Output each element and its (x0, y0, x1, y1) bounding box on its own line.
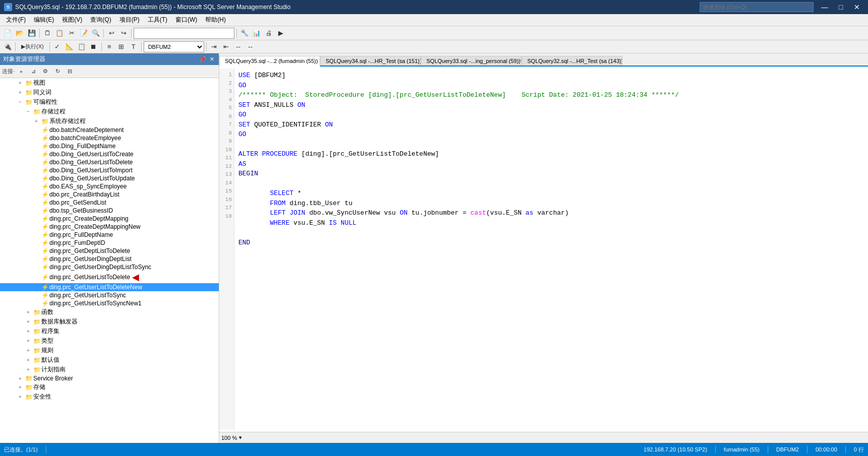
toolbar-btn-5[interactable]: 📝 (78, 28, 89, 39)
tab-query32[interactable]: SQLQuery32.sql -...HR_Test (sa (143))* (522, 56, 623, 66)
tree-item-proc-8[interactable]: ⚡dbo.prc_CreatBirthdayList (0, 190, 219, 199)
toolbar-btn-3[interactable]: 📋 (54, 28, 65, 39)
save-btn[interactable]: 💾 (26, 28, 37, 39)
zoom-label: 100 % (221, 435, 237, 441)
menu-file[interactable]: 文件(F) (2, 15, 30, 25)
tab-query33[interactable]: SQLQuery33.sql -...ing_personal (59))* (421, 56, 522, 66)
check-btn[interactable]: ✓ (52, 41, 63, 52)
tab-query34[interactable]: SQLQuery34.sql -...HR_Test (sa (151))* (320, 56, 421, 66)
tree-item-proc-3[interactable]: ⚡dbo.Ding_GetUserListToCreate (0, 150, 219, 158)
toolbar-icon-4[interactable]: ▶ (275, 28, 286, 39)
sidebar-collapse-btn[interactable]: ⊟ (64, 66, 75, 77)
uncomment-btn[interactable]: -- (245, 41, 256, 52)
tree-item-proc-7[interactable]: ⚡dbo.EAS_sp_SyncEmployee (0, 182, 219, 190)
tree-item-proc-19[interactable]: ⚡ding.prc_GetUserListToDeleteNew (0, 283, 219, 291)
sidebar-refresh-btn[interactable]: ↻ (52, 66, 63, 77)
query-combo[interactable] (134, 28, 234, 39)
tab-query35[interactable]: SQLQuery35.sql -...2 (fumadmin (55)) ✕ (219, 56, 320, 67)
sidebar-filter-btn[interactable]: ⊿ (28, 66, 39, 77)
tree-item-views[interactable]: + 📁 视图 (0, 78, 219, 88)
tree-item-proc-0[interactable]: ⚡dbo.batchCreateDeptement (0, 126, 219, 134)
minimize-button[interactable]: — (818, 2, 832, 12)
menu-query[interactable]: 查询(Q) (86, 15, 115, 25)
tree-item-proc-16[interactable]: ⚡ding.prc_GetUserDingDeptList (0, 255, 219, 263)
tree-item-proc-14[interactable]: ⚡ding.prc_FumDeptID (0, 239, 219, 247)
tree-item-proc-15[interactable]: ⚡ding.prc_GetDeptListToDelete (0, 247, 219, 255)
tree-item-plan-guides[interactable]: + 📁 计划指南 (0, 365, 219, 374)
tree-item-rules[interactable]: + 📁 规则 (0, 346, 219, 355)
comment-btn[interactable]: -- (233, 41, 244, 52)
proc-label: ding.prc_GetUserListToSyncNew1 (49, 300, 142, 307)
folder-icon: 📁 (24, 375, 33, 382)
quick-search-input[interactable] (700, 2, 814, 12)
tree-item-proc-9[interactable]: ⚡dbo.prc_GetSendList (0, 199, 219, 207)
proc-icon: ⚡ (40, 159, 49, 166)
tree-item-proc-21[interactable]: ⚡ding.prc_GetUserListToSyncNew1 (0, 299, 219, 307)
sidebar-properties-btn[interactable]: ⚙ (40, 66, 51, 77)
grid-btn[interactable]: ⊞ (116, 41, 127, 52)
tree-item-stored-procs[interactable]: − 📁 存储过程 (0, 107, 219, 116)
tree-item-proc-6[interactable]: ⚡dbo.Ding_GetUserListToUpdate (0, 174, 219, 182)
toolbar-icon-2[interactable]: 📊 (251, 28, 262, 39)
db-dropdown[interactable]: DBFUM2 (144, 41, 204, 52)
tree-item-synonyms[interactable]: + 📁 同义词 (0, 88, 219, 97)
folder-icon: 📁 (24, 80, 33, 87)
indent-btn[interactable]: ⇥ (209, 41, 220, 52)
quick-access-toolbar (700, 2, 814, 12)
toolbar-btn-4[interactable]: ✂ (66, 28, 77, 39)
maximize-button[interactable]: □ (834, 2, 848, 12)
tree-item-proc-13[interactable]: ⚡ding.prc_FullDeptName (0, 231, 219, 239)
close-button[interactable]: ✕ (850, 2, 864, 12)
sidebar-tree[interactable]: + 📁 视图 + 📁 同义词 − 📁 可编程性 (0, 78, 219, 443)
tree-item-types[interactable]: + 📁 类型 (0, 336, 219, 346)
connect-btn[interactable]: 🔌 (2, 41, 13, 52)
tree-item-defaults[interactable]: + 📁 默认值 (0, 355, 219, 365)
tree-item-proc-20[interactable]: ⚡ding.prc_GetUserListToSync (0, 291, 219, 299)
editor-area[interactable]: 1 2 3 4 5 6 7 8 9 10 11 12 13 14 15 16 1 (219, 67, 868, 432)
tree-item-proc-10[interactable]: ⚡dbo.tsp_GetBusinessID (0, 207, 219, 215)
menu-edit[interactable]: 编辑(E) (30, 15, 58, 25)
tree-item-storage[interactable]: + 📁 存储 (0, 382, 219, 392)
execute-btn[interactable]: ▶ 执行(X) (18, 41, 47, 52)
toolbar-icon-3[interactable]: 🖨 (263, 28, 274, 39)
result-btn[interactable]: ≡ (104, 41, 115, 52)
toolbar-icon-1[interactable]: 🔧 (239, 28, 250, 39)
tree-item-programmability[interactable]: − 📁 可编程性 (0, 97, 219, 107)
tree-item-proc-18[interactable]: ⚡ding.prc_GetUserListToDelete◀ (0, 271, 219, 283)
stop-btn[interactable]: ⏹ (88, 41, 99, 52)
tree-item-service-broker[interactable]: + 📁 Service Broker (0, 374, 219, 382)
new-query-btn2[interactable]: 🗒 (42, 28, 53, 39)
redo-btn[interactable]: ↪ (118, 28, 129, 39)
tree-item-functions[interactable]: + 📁 函数 (0, 307, 219, 317)
sidebar-pin-btn[interactable]: 📌 (199, 55, 207, 63)
zoom-dropdown[interactable]: ▾ (239, 434, 242, 441)
tree-item-db-triggers[interactable]: + 📁 数据库触发器 (0, 317, 219, 327)
tree-item-sys-procs[interactable]: + 📁 系统存储过程 (0, 116, 219, 126)
outdent-btn[interactable]: ⇤ (221, 41, 232, 52)
undo-btn[interactable]: ↩ (106, 28, 117, 39)
display-ep-btn[interactable]: 📋 (76, 41, 87, 52)
menu-help[interactable]: 帮助(H) (201, 15, 230, 25)
menu-window[interactable]: 窗口(W) (171, 15, 201, 25)
tree-label-storage: 存储 (33, 383, 45, 392)
toolbar-btn-6[interactable]: 🔍 (90, 28, 101, 39)
tree-item-proc-2[interactable]: ⚡dbo.Ding_FullDeptName (0, 142, 219, 150)
new-query-btn[interactable]: 📄 (2, 28, 13, 39)
sidebar-add-btn[interactable]: + (16, 66, 27, 77)
tree-item-proc-17[interactable]: ⚡ding.prc_GetUserDingDeptListToSync (0, 263, 219, 271)
tree-item-proc-11[interactable]: ⚡ding.prc_CreateDeptMapping (0, 215, 219, 223)
menu-project[interactable]: 项目(P) (115, 15, 144, 25)
tree-item-proc-12[interactable]: ⚡ding.prc_CreateDeptMappingNew (0, 223, 219, 231)
tree-item-proc-5[interactable]: ⚡dbo.Ding_GetUserListToImport (0, 166, 219, 174)
toolbar-sep-4 (236, 29, 237, 38)
tree-item-security[interactable]: + 📁 安全性 (0, 392, 219, 402)
sidebar-close-btn[interactable]: ✕ (208, 55, 216, 63)
tree-item-proc-4[interactable]: ⚡dbo.Ding_GetUserListToDelete (0, 158, 219, 166)
open-btn[interactable]: 📂 (14, 28, 25, 39)
menu-view[interactable]: 视图(V) (58, 15, 86, 25)
tree-item-assemblies[interactable]: + 📁 程序集 (0, 327, 219, 336)
text-btn[interactable]: T (128, 41, 139, 52)
menu-tools[interactable]: 工具(T) (144, 15, 171, 25)
parse-btn[interactable]: 📐 (64, 41, 75, 52)
tree-item-proc-1[interactable]: ⚡dbo.batchCreateEmployee (0, 134, 219, 142)
